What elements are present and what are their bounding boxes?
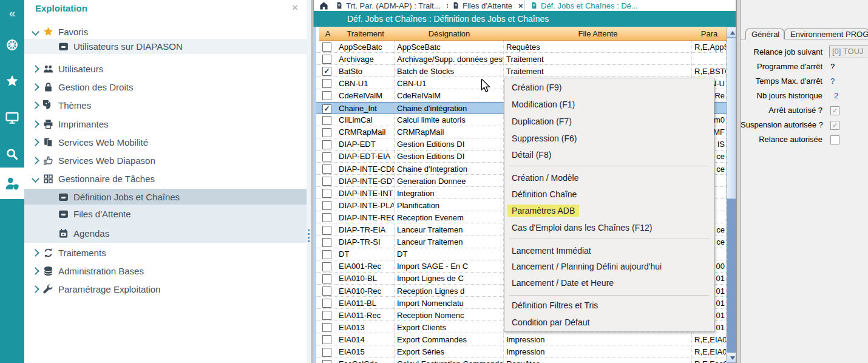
tab-1[interactable]: Trt. Par. (ADM-AP) : Trait...× [331,0,449,11]
menu-item-lancement-planning-d-fini-aujourd-hui[interactable]: Lancement / Planning Défini aujourd'hui [504,260,714,273]
checkbox-unchecked[interactable] [322,348,331,357]
home-icon[interactable] [317,1,330,10]
chevron-right-icon[interactable] [32,120,39,128]
table-row[interactable]: ✓BatStoBatch de StocksTraitementR,E,BSTO [316,65,727,77]
chevron-down-icon[interactable] [32,28,39,36]
checkbox-checked[interactable]: ✓ [830,106,839,115]
favorites-star-icon[interactable] [0,69,24,93]
table-row[interactable]: EIA015Export SériesImpressionR,E,EIA01 [316,346,727,358]
tab-environnement-prog[interactable]: Environnement PROG [784,29,868,39]
checkbox-checked[interactable]: ✓ [830,121,839,130]
checkbox-unchecked[interactable] [322,323,331,332]
menu-item-lancement-imm-diat[interactable]: Lancement Immédiat [504,244,714,257]
checkbox-unchecked[interactable] [322,201,331,210]
sidebar-item-services-web-diapason[interactable]: Services Web Diapason [24,152,307,169]
splitter-grip-icon[interactable] [308,229,310,244]
checkbox-unchecked[interactable] [322,299,331,308]
chevron-right-icon[interactable] [32,138,39,146]
chevron-right-icon[interactable] [32,267,39,275]
menu-item-duplication-f7[interactable]: Duplication (F7) [504,115,714,128]
checkbox-unchecked[interactable] [322,360,331,363]
menu-item-d-finition-filtres-et-tris[interactable]: Définition Filtres et Tris [504,299,714,312]
checkbox-unchecked[interactable] [322,152,331,161]
menu-item-modification-f1[interactable]: Modification (F1) [504,98,714,111]
chevron-right-icon[interactable] [32,285,39,293]
checkbox-checked[interactable]: ✓ [322,67,331,76]
sidebar-item-favoris[interactable]: Favoris [24,24,307,39]
panel-splitter[interactable] [307,0,311,363]
checkbox-unchecked[interactable] [322,226,331,235]
menu-item-suppression-f6[interactable]: Suppression (F6) [504,132,714,145]
column-header-file-attente[interactable]: File Attente [504,27,693,41]
column-header-para[interactable]: Para [692,27,727,41]
menu-item-lancement-date-et-heure[interactable]: Lancement / Date et Heure [504,276,714,290]
menu-item-cr-ation-mod-le[interactable]: Création / Modèle [504,171,714,185]
table-row[interactable]: FacCalCdeCalcul Facturation CommandeRequ… [316,358,727,363]
cell: Reception Nomenc [395,309,504,321]
right-panel-splitter[interactable] [736,0,741,363]
menu-item-param-tres-adb[interactable]: Paramètres ADB [504,204,714,217]
sidebar-item-imprimantes[interactable]: Imprimantes [24,115,307,132]
checkbox-unchecked[interactable] [322,165,331,174]
checkbox-unchecked[interactable] [322,128,331,137]
search-icon[interactable] [0,142,24,166]
checkbox-unchecked[interactable] [322,274,331,283]
tab-3[interactable]: Déf. Jobs et Chaînes : Dé...× [526,0,747,11]
sidebar-item-gestion-des-droits[interactable]: Gestion des Droits [24,78,307,95]
menu-item-d-finition-cha-ne[interactable]: Définition Chaîne [504,188,714,201]
checkbox-unchecked[interactable] [322,91,331,100]
checkbox-unchecked[interactable] [322,287,331,296]
checkbox-unchecked[interactable] [322,250,331,259]
checkbox-unchecked[interactable] [322,262,331,271]
table-row[interactable]: AppSceBatcAppSceBatcRequêtesR,E,AppSc [316,41,727,53]
sidebar-item-files-d-attente[interactable]: Files d'Attente [24,205,307,223]
checkbox-unchecked[interactable] [322,79,331,88]
sidebar-item-utilisateurs-sur-diapason[interactable]: Utilisateurs sur DIAPASON [24,39,307,54]
sidebar-item-services-web-mobilit-[interactable]: Services Web Mobilité [24,134,307,151]
chevron-right-icon[interactable] [32,101,39,109]
chevron-right-icon[interactable] [32,65,39,73]
tab-g-n-ral[interactable]: Général [745,29,784,39]
sidebar-item-param-trage-exploitation[interactable]: Paramétrage Exploitation [24,280,307,297]
sidebar-item-agendas[interactable]: Agendas [24,223,307,243]
table-row[interactable]: ArchivageArchivage/Supp. données gestion… [316,53,727,65]
menu-item-cr-ation-f9[interactable]: Création (F9) [504,81,714,94]
table-row[interactable]: EIA014Export CommandesImpressionR,E,EIA0… [316,333,727,345]
checkbox-unchecked[interactable] [322,42,331,52]
close-icon[interactable]: × [518,1,523,10]
collapse-chevrons-icon[interactable]: « [0,1,24,25]
sidebar-item-d-finition-jobs-et-cha-nes[interactable]: Définition Jobs et Chaînes [24,189,307,205]
menu-item-d-tail-f8[interactable]: Détail (F8) [504,148,714,161]
sidebar-item-gestionnaire-de-t-ches[interactable]: Gestionnaire de Tâches [24,170,307,187]
sidebar-item-traitements[interactable]: Traitements [24,244,307,261]
checkbox-unchecked[interactable] [322,311,331,320]
chevron-down-icon[interactable] [32,175,39,183]
chevron-right-icon[interactable] [32,157,39,165]
column-header-d-signation[interactable]: Désignation [395,27,504,41]
checkbox-unchecked[interactable] [322,335,331,344]
panel-close-icon[interactable]: × [292,2,298,14]
sidebar-item-administration-bases[interactable]: Administration Bases [24,262,307,279]
active-rail-item[interactable] [0,168,24,199]
checkbox-checked[interactable]: ✓ [322,104,331,114]
checkbox-unchecked[interactable] [830,135,839,144]
checkbox-unchecked[interactable] [322,55,331,64]
menu-item-condition-par-d-faut[interactable]: Condition par Défaut [504,316,714,329]
checkbox-unchecked[interactable] [322,213,331,222]
screens-monitor-icon[interactable] [0,106,24,130]
column-header-a[interactable]: A [319,27,337,41]
settings-wheel-icon[interactable] [0,33,24,57]
checkbox-unchecked[interactable] [322,189,331,198]
sidebar-item-utilisateurs[interactable]: Utilisateurs [24,60,307,77]
chevron-right-icon[interactable] [32,249,39,257]
field-input[interactable]: [0] TOUJ [829,46,868,58]
chevron-right-icon[interactable] [32,83,39,91]
checkbox-unchecked[interactable] [322,238,331,247]
checkbox-unchecked[interactable] [322,140,331,149]
tab-2[interactable]: Files d'Attente× [448,0,525,11]
column-header-traitement[interactable]: Traitement [336,27,395,41]
menu-item-cas-d-emploi-dans-les-cha-nes-f12[interactable]: Cas d'Emploi dans les Chaînes (F12) [504,221,714,234]
checkbox-unchecked[interactable] [322,177,331,186]
checkbox-unchecked[interactable] [322,116,331,125]
sidebar-item-th-mes[interactable]: Thèmes [24,97,307,114]
